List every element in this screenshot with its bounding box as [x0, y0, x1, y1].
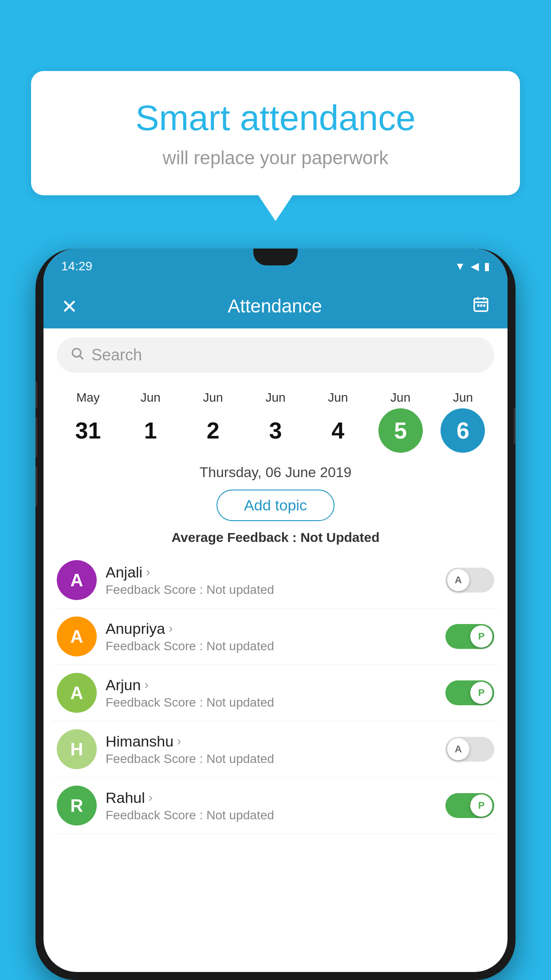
toggle-thumb: P	[470, 682, 492, 704]
student-info: Anupriya›Feedback Score : Not updated	[106, 620, 437, 653]
student-name: Himanshu›	[106, 733, 437, 750]
student-avatar: H	[57, 729, 97, 769]
svg-rect-6	[483, 304, 485, 307]
phone-side-btn-left2	[35, 417, 37, 457]
student-avatar: A	[57, 673, 97, 713]
attendance-toggle[interactable]: A	[445, 568, 494, 593]
student-info: Rahul›Feedback Score : Not updated	[106, 789, 437, 822]
cal-date: 2	[191, 408, 235, 453]
selected-date-label: Thursday, 06 June 2019	[43, 457, 508, 485]
search-bar: Search	[43, 328, 508, 382]
toggle-thumb: A	[447, 569, 469, 591]
cal-month: May	[76, 391, 100, 405]
status-bar: 14:29 ▼ ◀ ▮	[43, 249, 508, 284]
attendance-toggle[interactable]: P	[445, 680, 494, 705]
student-feedback: Feedback Score : Not updated	[106, 583, 437, 597]
speech-bubble-title: Smart attendance	[67, 98, 484, 138]
cal-month: Jun	[203, 391, 223, 405]
phone-side-btn-left3	[35, 466, 37, 506]
student-info: Anjali›Feedback Score : Not updated	[106, 564, 437, 597]
student-name: Arjun›	[106, 676, 437, 694]
wifi-icon: ▼	[455, 260, 465, 273]
toggle-thumb: A	[447, 738, 469, 760]
student-feedback: Feedback Score : Not updated	[106, 695, 437, 710]
cal-date: 4	[316, 408, 360, 453]
speech-bubble-tail	[258, 194, 293, 221]
status-time: 14:29	[61, 259, 92, 273]
student-info: Himanshu›Feedback Score : Not updated	[106, 733, 437, 766]
search-input-container[interactable]: Search	[57, 337, 494, 373]
cal-month: Jun	[328, 391, 348, 405]
add-topic-button[interactable]: Add topic	[216, 490, 335, 521]
phone-notch	[253, 249, 298, 265]
toggle-thumb: P	[470, 625, 492, 648]
speech-bubble-subtitle: will replace your paperwork	[67, 147, 484, 169]
phone-side-btn-left1	[35, 382, 37, 408]
status-icons: ▼ ◀ ▮	[455, 260, 490, 273]
calendar-day-4[interactable]: Jun4	[316, 391, 360, 453]
student-list: AAnjali›Feedback Score : Not updatedAAAn…	[43, 552, 508, 834]
student-name: Anupriya›	[106, 620, 437, 637]
toggle-container: A	[445, 568, 494, 593]
svg-rect-4	[477, 304, 480, 307]
attendance-toggle[interactable]: P	[445, 624, 494, 649]
student-info: Arjun›Feedback Score : Not updated	[106, 676, 437, 710]
student-item[interactable]: AAnupriya›Feedback Score : Not updatedP	[52, 609, 499, 665]
search-input-placeholder: Search	[91, 346, 142, 364]
avg-feedback-value: Not Updated	[300, 530, 379, 545]
header-title: Attendance	[228, 296, 322, 317]
calendar-day-5[interactable]: Jun5	[378, 391, 423, 453]
student-feedback: Feedback Score : Not updated	[106, 752, 437, 766]
student-avatar: R	[57, 786, 97, 826]
signal-icon: ◀	[471, 260, 479, 273]
calendar-day-2[interactable]: Jun2	[191, 391, 235, 453]
avg-feedback: Average Feedback : Not Updated	[43, 526, 508, 552]
app-content: Search May31Jun1Jun2Jun3Jun4Jun5Jun6 Thu…	[43, 328, 508, 834]
search-icon	[70, 346, 84, 364]
speech-bubble: Smart attendance will replace your paper…	[31, 71, 520, 195]
phone-screen: 14:29 ▼ ◀ ▮ ✕ Attendance	[43, 249, 508, 972]
cal-date: 5	[378, 408, 423, 453]
student-item[interactable]: HHimanshu›Feedback Score : Not updatedA	[52, 721, 499, 778]
speech-bubble-container: Smart attendance will replace your paper…	[31, 71, 520, 221]
battery-icon: ▮	[484, 260, 490, 273]
attendance-toggle[interactable]: P	[445, 793, 494, 818]
cal-month: Jun	[390, 391, 410, 405]
calendar-day-6[interactable]: Jun6	[441, 391, 485, 453]
avg-feedback-label: Average Feedback :	[171, 530, 300, 545]
calendar-day-0[interactable]: May31	[66, 391, 110, 453]
calendar-day-1[interactable]: Jun1	[128, 391, 173, 453]
cal-date: 1	[128, 408, 173, 453]
student-name: Rahul›	[106, 789, 437, 806]
student-item[interactable]: AAnjali›Feedback Score : Not updatedA	[52, 552, 499, 609]
toggle-container: P	[445, 680, 494, 705]
student-avatar: A	[57, 560, 97, 600]
calendar-day-3[interactable]: Jun3	[253, 391, 298, 453]
app-header: ✕ Attendance	[43, 284, 508, 328]
cal-date: 3	[253, 408, 298, 453]
student-name: Anjali›	[106, 564, 437, 581]
toggle-container: P	[445, 793, 494, 818]
student-avatar: A	[57, 616, 97, 656]
calendar-button[interactable]	[472, 296, 490, 317]
toggle-thumb: P	[470, 794, 492, 817]
calendar-strip: May31Jun1Jun2Jun3Jun4Jun5Jun6	[43, 382, 508, 457]
phone-frame: 14:29 ▼ ◀ ▮ ✕ Attendance	[35, 249, 516, 980]
attendance-toggle[interactable]: A	[445, 737, 494, 762]
svg-rect-5	[480, 304, 482, 307]
student-item[interactable]: RRahul›Feedback Score : Not updatedP	[52, 778, 499, 834]
cal-month: Jun	[453, 391, 473, 405]
student-feedback: Feedback Score : Not updated	[106, 639, 437, 653]
toggle-container: P	[445, 624, 494, 649]
toggle-container: A	[445, 737, 494, 762]
cal-date: 6	[441, 408, 485, 453]
cal-month: Jun	[141, 391, 161, 405]
phone-side-btn-right	[514, 408, 516, 444]
cal-date: 31	[66, 408, 110, 453]
svg-point-7	[72, 348, 81, 357]
svg-line-8	[80, 356, 83, 359]
student-feedback: Feedback Score : Not updated	[106, 808, 437, 822]
student-item[interactable]: AArjun›Feedback Score : Not updatedP	[52, 665, 499, 721]
cal-month: Jun	[265, 391, 285, 405]
close-button[interactable]: ✕	[61, 295, 78, 318]
